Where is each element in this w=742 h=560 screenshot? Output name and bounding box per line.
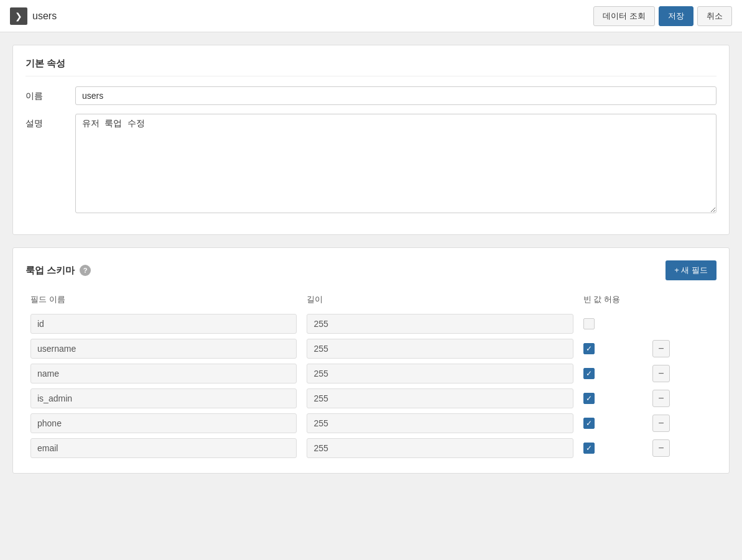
remove-field-button[interactable]: −	[652, 439, 670, 457]
help-icon[interactable]: ?	[80, 265, 91, 276]
col-header-action	[647, 290, 716, 311]
field-name-input[interactable]	[30, 388, 297, 408]
col-header-field-name: 필드 이름	[26, 290, 302, 311]
main-content: 기본 속성 이름 설명 유저 룩업 수정 룩업 스키마 ? + 새 필드 필드 …	[0, 32, 742, 498]
basic-properties-title: 기본 속성	[26, 58, 716, 76]
page-title: users	[32, 11, 588, 22]
name-input[interactable]	[75, 86, 716, 105]
remove-field-button[interactable]: −	[652, 390, 670, 407]
header-actions: 데이터 조회 저장 취소	[593, 6, 732, 26]
field-length-input[interactable]	[307, 314, 573, 334]
table-row	[26, 311, 716, 336]
nullable-checkbox[interactable]: ✓	[583, 368, 595, 379]
table-row: ✓−	[26, 336, 716, 361]
field-length-input[interactable]	[307, 438, 573, 458]
field-length-input[interactable]	[307, 413, 573, 433]
data-query-button[interactable]: 데이터 조회	[593, 6, 655, 26]
nullable-checkbox[interactable]	[583, 318, 595, 329]
nullable-checkbox[interactable]: ✓	[583, 343, 595, 354]
field-name-input[interactable]	[30, 314, 297, 334]
field-name-input[interactable]	[30, 339, 297, 359]
field-name-input[interactable]	[30, 438, 297, 458]
name-row: 이름	[26, 86, 716, 105]
table-row: ✓−	[26, 361, 716, 386]
schema-header: 룩업 스키마 ? + 새 필드	[26, 260, 716, 280]
nullable-checkbox[interactable]: ✓	[583, 393, 595, 404]
remove-field-button[interactable]: −	[652, 365, 670, 382]
field-name-input[interactable]	[30, 413, 297, 433]
schema-section: 룩업 스키마 ? + 새 필드 필드 이름 길이 빈 값 허용 ✓−✓−✓−✓−…	[12, 247, 730, 474]
table-row: ✓−	[26, 386, 716, 411]
nullable-checkbox[interactable]: ✓	[583, 443, 595, 454]
schema-table: 필드 이름 길이 빈 값 허용 ✓−✓−✓−✓−✓−	[26, 290, 716, 461]
description-row: 설명 유저 룩업 수정	[26, 114, 716, 213]
chevron-icon[interactable]: ❯	[10, 7, 27, 25]
table-row: ✓−	[26, 411, 716, 436]
field-length-input[interactable]	[307, 388, 573, 408]
table-row: ✓−	[26, 436, 716, 461]
cancel-button[interactable]: 취소	[697, 6, 732, 26]
basic-properties-section: 기본 속성 이름 설명 유저 룩업 수정	[12, 45, 730, 235]
name-label: 이름	[26, 86, 75, 102]
header: ❯ users 데이터 조회 저장 취소	[0, 0, 742, 32]
col-header-nullable: 빈 값 허용	[578, 290, 647, 311]
field-length-input[interactable]	[307, 339, 573, 359]
desc-label: 설명	[26, 114, 75, 129]
schema-title-row: 룩업 스키마 ?	[26, 265, 91, 277]
description-textarea[interactable]: 유저 룩업 수정	[75, 114, 716, 213]
field-length-input[interactable]	[307, 364, 573, 383]
remove-field-button[interactable]: −	[652, 340, 670, 357]
nullable-checkbox[interactable]: ✓	[583, 418, 595, 429]
remove-field-button[interactable]: −	[652, 415, 670, 432]
save-button[interactable]: 저장	[659, 6, 693, 26]
col-header-length: 길이	[302, 290, 578, 311]
field-name-input[interactable]	[30, 364, 297, 383]
new-field-button[interactable]: + 새 필드	[665, 260, 716, 280]
schema-section-title: 룩업 스키마	[26, 265, 75, 277]
